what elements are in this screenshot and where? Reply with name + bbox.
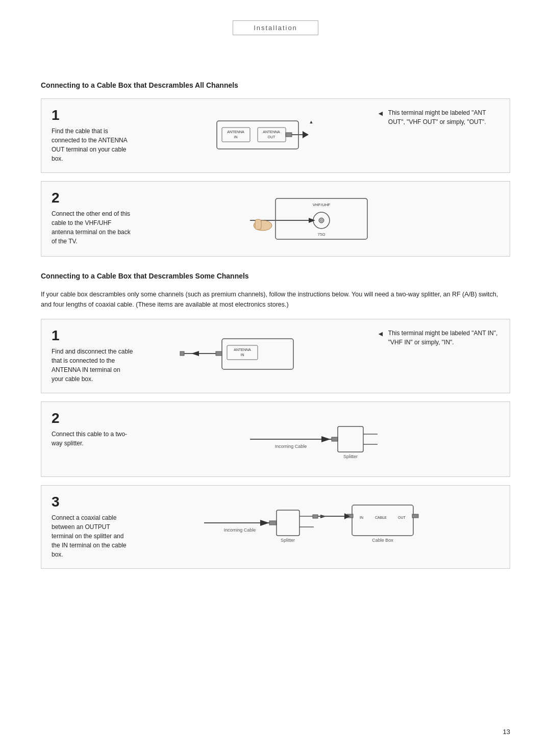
step-left-s2-2: 2 Connect this cable to a two-way splitt…: [52, 411, 133, 448]
section1-step2: 2 Connect the other end of this cable to…: [41, 181, 510, 257]
svg-text:ANTENNA: ANTENNA: [227, 130, 244, 134]
svg-text:CABLE: CABLE: [375, 516, 387, 519]
svg-rect-39: [277, 510, 299, 536]
section2-title: Connecting to a Cable Box that Descrambl…: [41, 272, 510, 280]
page-header: Installation: [233, 20, 318, 35]
svg-text:Splitter: Splitter: [343, 454, 358, 459]
svg-marker-19: [309, 218, 315, 223]
step-left-s2-1: 1 Find and disconnect the cable that is …: [52, 329, 133, 384]
step-diagram-s2-3: IN CABLE OUT Incoming Cable Splitter Cab…: [143, 495, 499, 556]
svg-rect-31: [338, 426, 363, 452]
note-arrow-s2-1: ◄: [377, 329, 384, 339]
step-text-s2-2: Connect this cable to a two-way splitter…: [52, 430, 133, 448]
svg-marker-26: [191, 351, 199, 356]
section2-description: If your cable box descrambles only some …: [41, 289, 510, 310]
step-diagram-s2-2: Incoming Cable Splitter: [143, 411, 499, 467]
step-number-s2-3: 3: [52, 495, 133, 509]
svg-text:ANTENNA: ANTENNA: [234, 348, 251, 351]
step-left-s1-1: 1 Find the cable that is connected to th…: [52, 108, 133, 163]
svg-text:Splitter: Splitter: [281, 538, 295, 543]
section2-step1: 1 Find and disconnect the cable that is …: [41, 319, 510, 393]
diagram-s2-2-svg: Incoming Cable Splitter: [240, 411, 403, 467]
step-text-s2-1: Find and disconnect the cable that is co…: [52, 347, 133, 384]
svg-marker-38: [260, 520, 269, 526]
step-text-s2-3: Connect a coaxial cable between an OUTPU…: [52, 513, 133, 559]
section1-step1: 1 Find the cable that is connected to th…: [41, 98, 510, 173]
page-number: 13: [503, 728, 510, 736]
svg-text:IN: IN: [234, 135, 238, 139]
svg-marker-30: [321, 436, 331, 442]
section1-title: Connecting to a Cable Box that Descrambl…: [41, 81, 510, 89]
header-title: Installation: [254, 24, 297, 32]
svg-rect-18: [255, 219, 261, 230]
section2-step2: 2 Connect this cable to a two-way splitt…: [41, 401, 510, 477]
svg-text:Incoming Cable: Incoming Cable: [224, 527, 256, 533]
svg-text:OUT: OUT: [268, 135, 276, 139]
diagram-s2-1-svg: ANTENNA IN: [176, 329, 329, 380]
svg-rect-50: [412, 514, 418, 518]
svg-text:▲: ▲: [309, 119, 314, 124]
note-arrow-s1-1: ◄: [377, 108, 384, 119]
svg-text:OUT: OUT: [398, 516, 406, 519]
svg-text:Cable Box: Cable Box: [372, 538, 393, 543]
step-diagram-s1-2: VHF/UHF 75Ω: [143, 191, 499, 247]
step-left-s1-2: 2 Connect the other end of this cable to…: [52, 191, 133, 246]
diagram-s2-3-svg: IN CABLE OUT Incoming Cable Splitter Cab…: [194, 495, 449, 556]
diagram-s1-2-svg: VHF/UHF 75Ω: [245, 191, 398, 247]
svg-text:IN: IN: [241, 353, 244, 357]
svg-point-14: [319, 218, 324, 223]
step-number-s2-2: 2: [52, 411, 133, 425]
svg-rect-37: [269, 521, 277, 525]
svg-text:IN: IN: [360, 516, 363, 519]
note-text-s2-1: This terminal might be labeled "ANT IN",…: [388, 329, 499, 347]
page: Installation Connecting to a Cable Box t…: [0, 0, 551, 756]
svg-text:Incoming Cable: Incoming Cable: [275, 444, 307, 449]
section1: Connecting to a Cable Box that Descrambl…: [41, 81, 510, 257]
note-text-s1-1: This terminal might be labeled "ANT OUT"…: [388, 108, 499, 127]
step-diagram-s1-1: ANTENNA IN ANTENNA OUT ▲: [143, 108, 362, 159]
svg-rect-42: [313, 515, 318, 518]
diagram-s1-1-svg: ANTENNA IN ANTENNA OUT ▲: [176, 108, 329, 159]
svg-text:ANTENNA: ANTENNA: [263, 130, 280, 134]
section2: Connecting to a Cable Box that Descrambl…: [41, 272, 510, 569]
step-text-s1-2: Connect the other end of this cable to t…: [52, 209, 133, 246]
svg-marker-9: [303, 131, 309, 138]
svg-rect-27: [180, 351, 184, 356]
step-diagram-s2-1: ANTENNA IN: [143, 329, 362, 380]
step-left-s2-3: 3 Connect a coaxial cable between an OUT…: [52, 495, 133, 559]
step-note-s1-1: ◄ This terminal might be labeled "ANT OU…: [372, 108, 499, 127]
step-number-s1-1: 1: [52, 108, 133, 122]
step-number-s1-2: 2: [52, 191, 133, 205]
svg-text:VHF/UHF: VHF/UHF: [313, 203, 331, 207]
svg-rect-29: [332, 437, 338, 441]
section2-step3: 3 Connect a coaxial cable between an OUT…: [41, 485, 510, 569]
step-note-s2-1: ◄ This terminal might be labeled "ANT IN…: [372, 329, 499, 347]
svg-rect-7: [286, 133, 292, 137]
svg-rect-24: [216, 351, 222, 356]
svg-text:75Ω: 75Ω: [318, 232, 325, 237]
step-text-s1-1: Find the cable that is connected to the …: [52, 127, 133, 163]
svg-rect-45: [352, 505, 413, 536]
step-number-s2-1: 1: [52, 329, 133, 343]
